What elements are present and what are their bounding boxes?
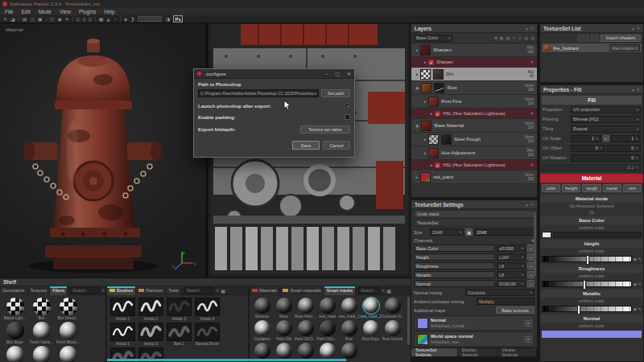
layer-mask-thumbnail[interactable]	[420, 69, 431, 80]
edit-value-icon[interactable]: ✎	[596, 137, 599, 141]
layer-thumbnail[interactable]	[421, 121, 431, 131]
opacity-label[interactable]: 100	[525, 139, 534, 143]
slider-handle[interactable]	[587, 256, 588, 264]
edit-value-icon[interactable]: ✎	[600, 146, 603, 150]
layer-thumbnail[interactable]	[421, 83, 431, 93]
photoshop-path-input[interactable]	[198, 89, 319, 97]
add-mask-icon[interactable]: ◧	[500, 35, 504, 40]
panel-close-icon[interactable]: ✕	[637, 26, 640, 31]
layer-thumbnail[interactable]	[420, 45, 431, 56]
layer-thumbnail[interactable]	[428, 134, 439, 145]
layer-row-rust[interactable]: ◉ Rust Norm100	[411, 81, 537, 95]
color-pick-icon[interactable]: ◆	[634, 306, 637, 311]
layer-mask-thumbnail[interactable]	[434, 83, 444, 93]
projection-tool-icon[interactable]: ▤	[23, 17, 27, 22]
shelf-item[interactable]: Finish Grainy	[2, 346, 28, 362]
edit-value-icon[interactable]: ✎	[635, 146, 638, 150]
visibility-icon[interactable]: ●	[430, 162, 432, 167]
effect-row-sharpen[interactable]: ● ✓ Sharpen ✕	[411, 57, 537, 68]
size-dropdown[interactable]: 2048▾	[430, 228, 464, 236]
cancel-button[interactable]: Cancel	[323, 141, 350, 150]
add-paint-layer-icon[interactable]: ✎	[513, 35, 516, 40]
import-shaders-button[interactable]: Import shaders	[601, 35, 641, 42]
panel-menu-icon[interactable]: ▴	[526, 202, 528, 207]
edit-value-icon[interactable]: ✎	[635, 156, 638, 160]
channel-toggle-color[interactable]: color	[542, 184, 560, 192]
edit-value-icon[interactable]: ✎	[638, 282, 642, 286]
channel-format-dropdown[interactable]: L8▾	[497, 262, 526, 269]
shelf-item[interactable]	[55, 346, 81, 362]
channel-toggle-height[interactable]: height	[562, 184, 580, 192]
remove-map-icon[interactable]: ✕	[525, 320, 531, 327]
shelf-item[interactable]: Artistic 3	[165, 298, 193, 321]
grid-view-icon[interactable]: ▦	[221, 288, 225, 294]
textureset-row[interactable]: fire_hydrant Main shader 1	[541, 43, 642, 53]
photoshop-export-button[interactable]: Ps	[173, 15, 183, 23]
effect-row-hsl-2[interactable]: ● ✓ HSL (Hue Saturation Lightness) ✕	[411, 160, 537, 171]
disabled-action-button[interactable]	[578, 35, 589, 42]
layer-row-hue-adjustment[interactable]: ● Hue Adjustment Pthr100	[411, 146, 537, 160]
menu-view[interactable]: View	[60, 9, 71, 14]
channel-toggle-rough[interactable]: rough	[582, 184, 601, 192]
normal-mixing-dropdown[interactable]: Combine▾	[465, 289, 535, 296]
filters-search-input[interactable]	[70, 287, 99, 294]
remove-effect-icon[interactable]: ✕	[528, 162, 535, 167]
height-slider[interactable]	[542, 256, 632, 262]
visibility-icon[interactable]: ●	[430, 111, 432, 116]
eraser-tool-icon[interactable]: ◪	[10, 17, 15, 22]
channel-toggle-metal[interactable]: metal	[603, 184, 621, 192]
brushes-search-input[interactable]	[184, 287, 213, 294]
bitdepth-dropdown[interactable]: Texture set value	[300, 125, 350, 134]
color-pick-icon[interactable]: ◆	[634, 257, 637, 261]
panel-close-icon[interactable]: ✕	[530, 202, 534, 207]
effect-checkbox[interactable]: ✓	[435, 162, 440, 168]
layer-row-base-material[interactable]: ◉ Base Material Norm100	[411, 119, 537, 133]
channel-toggle-nrm[interactable]: nrm	[623, 184, 642, 192]
uv-offset-x-field[interactable]: 0✎	[571, 145, 605, 152]
menu-help[interactable]: Help	[104, 9, 114, 14]
map-card-normal[interactable]: Normalfirehydrant_normal ✕	[414, 315, 535, 331]
tab-filters[interactable]: Filters	[50, 286, 68, 295]
tab-particles[interactable]: Particles	[136, 286, 166, 295]
visibility-icon[interactable]: ◉	[415, 85, 419, 90]
paint-tool-icon[interactable]: ✎	[3, 17, 7, 22]
remove-channel-icon[interactable]: −	[527, 280, 535, 287]
shelf-item[interactable]	[251, 343, 273, 359]
layer-row-sharpen[interactable]: ● Sharpen Pthr100	[411, 43, 537, 57]
channel-format-dropdown[interactable]: sRGB8▾	[497, 245, 526, 252]
symmetry-x-icon[interactable]: )(	[76, 17, 80, 22]
lazy-mouse-icon[interactable]: ❯	[130, 17, 134, 22]
set-path-button[interactable]: Set path	[321, 89, 350, 97]
layer-thumbnail[interactable]	[433, 69, 444, 80]
uv-scale-y-field[interactable]: 1✎	[611, 135, 642, 142]
shelf-item[interactable]: Paint Old	[273, 320, 295, 341]
smudge-tool-icon[interactable]: ◉	[57, 17, 61, 22]
shelf-item[interactable]: Paint Old L...	[316, 320, 338, 341]
shelf-item[interactable]: Baked Light...	[2, 298, 28, 320]
uv-rotation-field[interactable]: 0✎	[571, 154, 641, 162]
layer-thumbnail[interactable]	[420, 172, 431, 183]
fire-hydrant-model[interactable]	[6, 31, 192, 273]
vertical-scrollbar[interactable]	[534, 212, 536, 276]
tab-tools[interactable]: Tools	[166, 286, 182, 295]
clear-search-icon[interactable]: ✕	[101, 288, 105, 293]
shelf-item[interactable]: new_mask	[316, 298, 338, 319]
disabled-action-button[interactable]	[591, 35, 599, 42]
shelf-item[interactable]: Basmati Brush	[193, 323, 221, 346]
edit-value-icon[interactable]: ✎	[638, 306, 642, 311]
uv-offset-y-field[interactable]: 0✎	[607, 145, 642, 152]
layer-thumbnail[interactable]	[428, 148, 439, 158]
close-icon[interactable]: ✕	[347, 71, 351, 76]
maximize-icon[interactable]: ▢	[335, 71, 340, 76]
edit-value-icon[interactable]: ✎	[638, 257, 642, 261]
shelf-item[interactable]: Rust Drips	[360, 320, 382, 341]
viewport-3d[interactable]: Material	[0, 23, 206, 278]
effect-checkbox[interactable]: ✓	[435, 111, 440, 117]
panel-close-icon[interactable]: ✕	[637, 87, 640, 92]
dialog-title-bar[interactable]: configure – ▢ ✕	[194, 69, 354, 79]
opacity-label[interactable]: 100	[525, 101, 534, 105]
add-folder-icon[interactable]: ▤	[525, 35, 529, 40]
visibility-icon[interactable]: ●	[423, 60, 426, 64]
delete-layer-icon[interactable]: ▥	[530, 35, 535, 40]
visibility-icon[interactable]: ●	[415, 72, 418, 76]
